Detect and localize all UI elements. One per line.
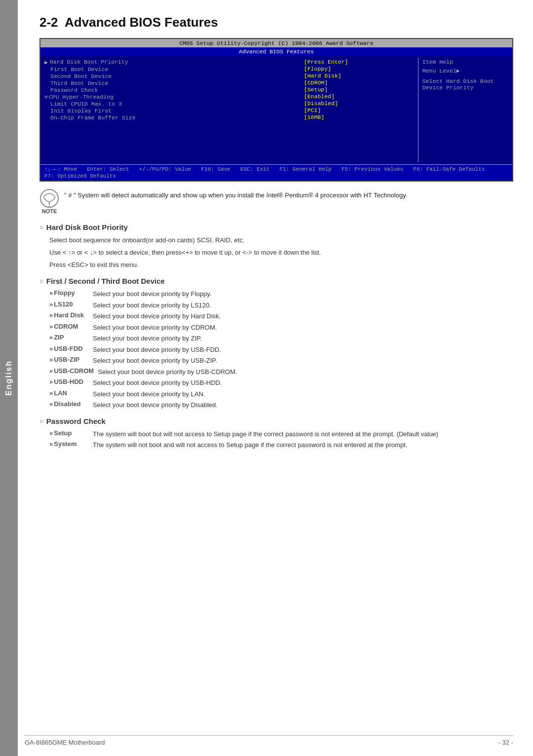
item-desc: The system will boot but will not access… (93, 429, 438, 439)
bios-key: On-Chip Frame Buffer Size (50, 114, 296, 121)
item-desc: Select your boot device priority by USB-… (93, 356, 217, 366)
item-bullet: LAN (49, 389, 89, 397)
list-item: FloppySelect your boot device priority b… (49, 289, 513, 299)
paragraph-text: Use < ↑> or < ↓> to select a device, the… (49, 248, 513, 258)
item-desc: Select your boot device priority by USB-… (93, 345, 221, 355)
item-desc: Select your boot device priority by LS12… (93, 301, 211, 310)
bios-value: [Disabled] (304, 100, 338, 107)
list-item: LS120Select your boot device priority by… (49, 301, 513, 310)
section-title: Password Check (39, 417, 513, 425)
bios-footer-item: Enter: Select (87, 166, 129, 172)
bios-key: CPU Hyper-Threading (49, 94, 296, 100)
list-item: DisabledSelect your boot device priority… (49, 400, 513, 410)
svg-point-2 (49, 206, 50, 208)
item-bullet: ZIP (49, 334, 89, 341)
bios-footer: ↑↓→←: MoveEnter: Select+/-/PU/PD: ValueF… (40, 164, 512, 181)
list-item: USB-CDROMSelect your boot device priorit… (49, 367, 513, 377)
item-desc: Select your boot device priority by LAN. (93, 389, 205, 399)
list-item: USB-ZIPSelect your boot device priority … (49, 356, 513, 366)
page-footer: GA-8I865GME Motherboard - 32 - (25, 735, 513, 746)
item-bullet: Hard Disk (49, 311, 89, 319)
bios-value-row: [Hard Disk] (304, 73, 414, 79)
item-list: FloppySelect your boot device priority b… (49, 289, 513, 410)
item-bullet: Floppy (49, 289, 89, 297)
bios-value: [Hard Disk] (304, 73, 342, 79)
bios-footer-item: F6: Fail-Safe Defaults (413, 166, 485, 172)
bios-title: CMOS Setup Utility-Copyright (C) 1984-20… (40, 39, 512, 47)
bios-value-row: [Disabled] (304, 100, 414, 107)
bios-body: ▶ Hard Disk Boot Priority First Boot Dev… (40, 56, 512, 164)
paragraph-text: Press <ESC> to exit this menu. (49, 260, 513, 270)
bios-value: [Press Enter] (304, 59, 348, 65)
bios-row: On-Chip Frame Buffer Size (44, 114, 296, 121)
item-bullet: USB-CDROM (49, 367, 94, 375)
bios-value-row: [Press Enter] (304, 59, 414, 65)
note-text: " # " System will detect automatically a… (64, 190, 407, 200)
item-desc: Select your boot device priority by Disa… (93, 400, 218, 410)
item-bullet: USB-FDD (49, 345, 89, 352)
item-desc: The system will not boot and will not ac… (93, 440, 407, 450)
list-item: LANSelect your boot device priority by L… (49, 389, 513, 399)
paragraph-text: Select boot sequence for onboard(or add-… (49, 235, 513, 246)
bios-key: Second Boot Device (50, 73, 296, 79)
bios-arrow-icon: ▶ (44, 59, 48, 66)
bios-row: Password Check (44, 87, 296, 93)
bios-help-text1: Select Hard Disk Boot (422, 78, 508, 84)
bios-key: Hard Disk Boot Priority (50, 59, 296, 65)
note-label: NOTE (42, 208, 57, 214)
note-icon (39, 189, 59, 208)
bios-row: Third Boot Device (44, 80, 296, 86)
bios-row: Second Boot Device (44, 73, 296, 79)
item-bullet: CDROM (49, 323, 89, 330)
bios-value: [CDROM] (304, 79, 328, 86)
bios-value: [Floppy] (304, 66, 331, 72)
bios-value: [Enabled] (304, 93, 335, 100)
section-title: First / Second / Third Boot Device (39, 277, 513, 285)
list-item: ZIPSelect your boot device priority by Z… (49, 334, 513, 343)
bios-hash-icon: # (44, 94, 48, 100)
bios-right-panel: Item Help Menu Level▶ Select Hard Disk B… (418, 58, 512, 162)
item-bullet: USB-ZIP (49, 356, 89, 363)
item-desc: Select your boot device priority by USB-… (98, 367, 237, 377)
bios-help-text2: Device Priority (422, 84, 508, 91)
item-list: SetupThe system will boot but will not a… (49, 429, 513, 450)
bios-key: Third Boot Device (50, 80, 296, 86)
bios-row: Init Display First (44, 108, 296, 114)
list-item: Hard DiskSelect your boot device priorit… (49, 311, 513, 321)
list-item: USB-HDDSelect your boot device priority … (49, 378, 513, 388)
bios-value-row: [Setup] (304, 86, 414, 93)
list-item: SystemThe system will not boot and will … (49, 440, 513, 450)
item-desc: Select your boot device priority by ZIP. (93, 334, 202, 343)
bios-footer-item: F7: Optimized Defaults (44, 173, 116, 179)
main-content: 2-2 Advanced BIOS Features CMOS Setup Ut… (25, 0, 533, 472)
bios-footer-item: F5: Previous Values (342, 166, 403, 172)
bios-value-row: [CDROM] (304, 79, 414, 86)
item-desc: Select your boot device priority by USB-… (93, 378, 222, 388)
item-bullet: Setup (49, 429, 89, 437)
bios-screen: CMOS Setup Utility-Copyright (C) 1984-20… (39, 38, 513, 182)
section-heading: 2-2 Advanced BIOS Features (39, 15, 513, 30)
bios-value-row: [Floppy] (304, 66, 414, 72)
section-number: 2-2 (39, 15, 58, 30)
bios-key: First Boot Device (50, 66, 296, 73)
bios-value: [16MB] (304, 114, 324, 120)
bios-help-title: Item Help (422, 59, 508, 65)
section-first-second-third-boot-device: First / Second / Third Boot DeviceFloppy… (39, 277, 513, 410)
bios-footer-item: F10: Save (201, 166, 230, 172)
item-desc: Select your boot device priority by Hard… (93, 311, 221, 321)
footer-right: - 32 - (498, 739, 513, 746)
list-item: USB-FDDSelect your boot device priority … (49, 345, 513, 355)
bios-left-panel: ▶ Hard Disk Boot Priority First Boot Dev… (40, 58, 300, 162)
bios-row: ▶ Hard Disk Boot Priority (44, 59, 296, 66)
item-desc: Select your boot device priority by CDRO… (93, 323, 217, 333)
bios-row: Limit CPUID Max. to 3 (44, 101, 296, 107)
bios-key: Limit CPUID Max. to 3 (50, 101, 296, 107)
bios-value: [Setup] (304, 86, 328, 93)
bios-value: [PCI] (304, 107, 321, 113)
list-item: CDROMSelect your boot device priority by… (49, 323, 513, 333)
item-bullet: Disabled (49, 400, 89, 408)
list-item: SetupThe system will boot but will not a… (49, 429, 513, 439)
bios-footer-item: F1: General Help (279, 166, 332, 172)
bios-value-row: [PCI] (304, 107, 414, 113)
section-title: Hard Disk Boot Priority (39, 223, 513, 231)
